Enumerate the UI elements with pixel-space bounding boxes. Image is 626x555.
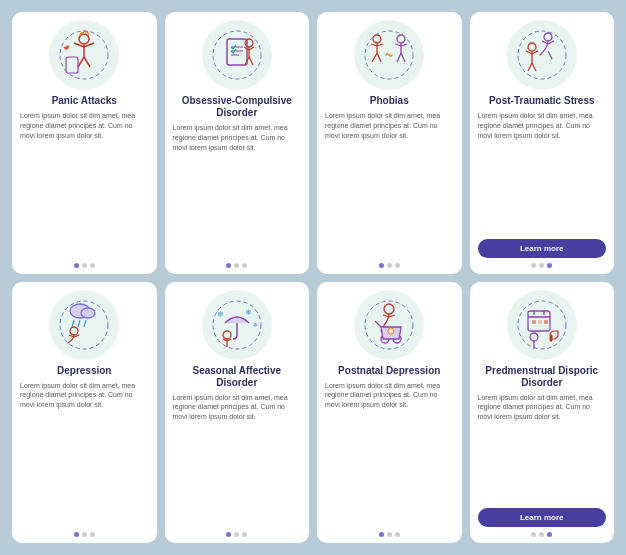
svg-line-24 bbox=[377, 53, 381, 62]
svg-line-63 bbox=[389, 315, 395, 317]
svg-point-68 bbox=[365, 301, 413, 349]
svg-line-62 bbox=[383, 315, 389, 317]
ptsd-learn-more-button[interactable]: Learn more bbox=[478, 239, 607, 258]
phobias-title: Phobias bbox=[370, 95, 409, 107]
pmdd-icon bbox=[507, 290, 577, 360]
dot-1 bbox=[379, 532, 384, 537]
ocd-text: Lorem ipsum dolor sit dim amet, mea regi… bbox=[173, 123, 302, 258]
sad-icon: ❄ ❄ ❄ bbox=[202, 290, 272, 360]
svg-line-45 bbox=[72, 320, 74, 327]
dot-1 bbox=[379, 263, 384, 268]
dot-2 bbox=[539, 263, 544, 268]
card-panic-attacks: Panic Attacks Lorem ipsum dolor sit dim … bbox=[12, 12, 157, 274]
dot-3 bbox=[242, 263, 247, 268]
card-postnatal: Postnatal Depression Lorem ipsum dolor s… bbox=[317, 282, 462, 544]
phobias-text: Lorem ipsum dolor sit dim amet, mea regi… bbox=[325, 111, 454, 258]
card-pmdd: Predmenstrual Disporic Disorder Lorem ip… bbox=[470, 282, 615, 544]
depression-icon bbox=[49, 290, 119, 360]
svg-line-21 bbox=[371, 44, 377, 46]
pmdd-learn-more-button[interactable]: Learn more bbox=[478, 508, 607, 527]
pmdd-text: Lorem ipsum dolor sit dim amet, mea regi… bbox=[478, 393, 607, 505]
card-grid: Panic Attacks Lorem ipsum dolor sit dim … bbox=[12, 12, 614, 543]
card-ptsd: Post-Traumatic Stress Lorem ipsum dolor … bbox=[470, 12, 615, 274]
svg-rect-74 bbox=[538, 320, 542, 324]
dot-2 bbox=[387, 263, 392, 268]
card-sad: ❄ ❄ ❄ Seasonal Affective Disorder Lorem … bbox=[165, 282, 310, 544]
dot-2 bbox=[387, 532, 392, 537]
postnatal-dots bbox=[379, 532, 400, 537]
svg-text:❄: ❄ bbox=[253, 322, 258, 328]
svg-rect-73 bbox=[532, 320, 536, 324]
svg-line-4 bbox=[78, 57, 84, 67]
dot-1 bbox=[531, 532, 536, 537]
dot-3 bbox=[90, 263, 95, 268]
svg-point-67 bbox=[388, 328, 394, 334]
panic-attacks-dots bbox=[74, 263, 95, 268]
ptsd-dots bbox=[531, 263, 552, 268]
card-depression: Depression Lorem ipsum dolor sit dim ame… bbox=[12, 282, 157, 544]
dot-1 bbox=[226, 532, 231, 537]
svg-point-42 bbox=[518, 31, 566, 79]
dot-3 bbox=[547, 263, 552, 268]
dot-1 bbox=[531, 263, 536, 268]
svg-point-36 bbox=[528, 43, 536, 51]
sad-dots bbox=[226, 532, 247, 537]
dot-3 bbox=[395, 532, 400, 537]
svg-point-61 bbox=[384, 304, 394, 314]
svg-line-28 bbox=[401, 44, 407, 46]
svg-line-66 bbox=[375, 321, 381, 327]
sad-title: Seasonal Affective Disorder bbox=[173, 365, 302, 389]
svg-point-19 bbox=[373, 35, 381, 43]
dot-2 bbox=[82, 263, 87, 268]
postnatal-title: Postnatal Depression bbox=[338, 365, 440, 377]
svg-point-12 bbox=[245, 39, 253, 47]
panic-attacks-title: Panic Attacks bbox=[52, 95, 117, 107]
dot-2 bbox=[234, 263, 239, 268]
ocd-icon bbox=[202, 20, 272, 90]
phobias-dots bbox=[379, 263, 400, 268]
svg-line-46 bbox=[78, 320, 80, 327]
svg-line-41 bbox=[532, 63, 536, 71]
depression-text: Lorem ipsum dolor sit dim amet, mea regi… bbox=[20, 381, 149, 528]
svg-line-22 bbox=[377, 44, 383, 46]
dot-3 bbox=[547, 532, 552, 537]
postnatal-icon bbox=[354, 290, 424, 360]
ptsd-title: Post-Traumatic Stress bbox=[489, 95, 595, 107]
svg-line-30 bbox=[401, 53, 405, 62]
svg-rect-75 bbox=[544, 320, 548, 324]
phobias-icon bbox=[354, 20, 424, 90]
svg-rect-6 bbox=[66, 57, 78, 73]
ocd-title: Obsessive-Compulsive Disorder bbox=[173, 95, 302, 119]
svg-text:❄: ❄ bbox=[217, 310, 224, 319]
dot-3 bbox=[395, 263, 400, 268]
svg-line-40 bbox=[528, 63, 532, 71]
postnatal-text: Lorem ipsum dolor sit dim amet, mea regi… bbox=[325, 381, 454, 528]
pmdd-title: Predmenstrual Disporic Disorder bbox=[478, 365, 607, 389]
svg-text:❄: ❄ bbox=[245, 308, 252, 317]
svg-point-78 bbox=[518, 301, 566, 349]
card-phobias: Phobias Lorem ipsum dolor sit dim amet, … bbox=[317, 12, 462, 274]
pmdd-dots bbox=[531, 532, 552, 537]
svg-line-47 bbox=[84, 320, 86, 327]
svg-line-35 bbox=[548, 51, 552, 59]
card-ocd: Obsessive-Compulsive Disorder Lorem ipsu… bbox=[165, 12, 310, 274]
svg-point-56 bbox=[223, 331, 231, 339]
depression-title: Depression bbox=[57, 365, 111, 377]
svg-point-76 bbox=[530, 333, 538, 341]
svg-line-29 bbox=[397, 53, 401, 62]
svg-line-17 bbox=[249, 57, 253, 65]
ptsd-text: Lorem ipsum dolor sit dim amet, mea regi… bbox=[478, 111, 607, 235]
dot-3 bbox=[242, 532, 247, 537]
ptsd-icon bbox=[507, 20, 577, 90]
depression-dots bbox=[74, 532, 95, 537]
sad-text: Lorem ipsum dolor sit dim amet, mea regi… bbox=[173, 393, 302, 528]
svg-point-48 bbox=[70, 327, 78, 335]
svg-rect-8 bbox=[227, 39, 247, 65]
ocd-dots bbox=[226, 263, 247, 268]
dot-1 bbox=[74, 263, 79, 268]
dot-2 bbox=[539, 532, 544, 537]
dot-2 bbox=[82, 532, 87, 537]
dot-2 bbox=[234, 532, 239, 537]
svg-point-32 bbox=[544, 33, 552, 41]
panic-attacks-icon bbox=[49, 20, 119, 90]
